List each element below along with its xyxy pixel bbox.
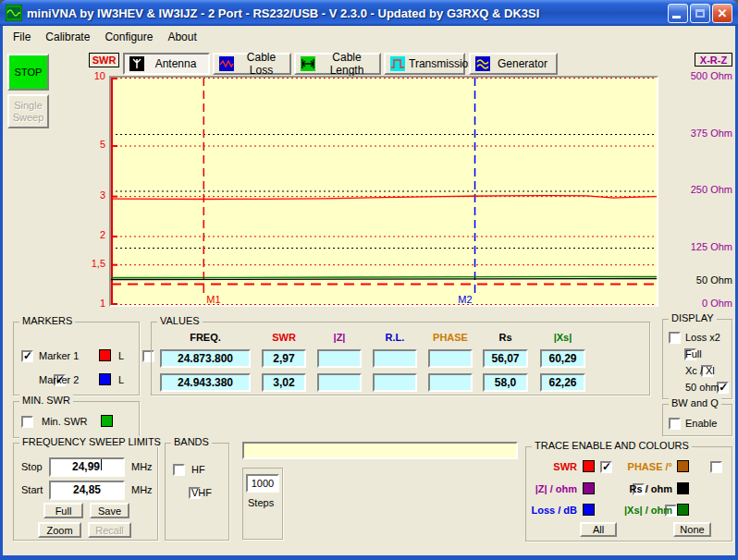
min-swr-color-swatch[interactable] (101, 415, 113, 427)
bands-panel: BANDS HF VHF (165, 443, 229, 541)
axis-tick-label: 250 Ohm (660, 184, 732, 195)
trace-phase-checkbox[interactable] (710, 461, 722, 473)
chart-marker-label: M2 (458, 294, 472, 305)
ohm-axis-ticks: 500 Ohm375 Ohm250 Ohm125 Ohm50 Ohm0 Ohm (660, 78, 732, 309)
bwq-enable-checkbox[interactable] (669, 418, 681, 430)
marker1-color-swatch[interactable] (99, 349, 111, 361)
text-caret (101, 459, 102, 470)
marker2-label: Marker 2 (39, 374, 79, 385)
trace-panel-title: TRACE ENABLE AND COLOURS (532, 440, 692, 451)
col-header-xs: |Xs| (540, 332, 585, 343)
m2-z-value (317, 373, 362, 392)
trace-xs-swatch[interactable] (677, 504, 689, 516)
trace-z-label: |Z| / ohm (528, 483, 577, 494)
m1-xs-value: 60,29 (540, 349, 585, 368)
start-unit-label: MHz (131, 484, 153, 495)
axis-tick-label: 50 Ohm (660, 274, 732, 286)
trace-swr-swatch[interactable] (583, 460, 595, 472)
marker1-checkbox[interactable] (21, 350, 33, 362)
generator-icon (475, 56, 490, 71)
values-panel: VALUES FREQ. SWR |Z| R.L. PHASE Rs |Xs| … (151, 322, 650, 396)
tab-generator[interactable]: Generator (469, 53, 558, 75)
tab-generator-label: Generator (494, 57, 551, 70)
trace-loss-swatch[interactable] (583, 504, 595, 516)
minimize-icon (672, 16, 681, 18)
chart-series-Rs / ohm (111, 279, 657, 280)
m2-phase-value (428, 373, 473, 392)
tab-antenna-label: Antenna (148, 57, 203, 70)
menu-about[interactable]: About (161, 29, 203, 45)
single-sweep-button[interactable]: Single Sweep (7, 94, 49, 128)
m1-rl-value (373, 349, 417, 368)
stop-button[interactable]: STOP (7, 54, 49, 91)
swr-chart[interactable]: M1M2 (109, 76, 658, 307)
m2-freq-value: 24.943.380 (160, 373, 251, 392)
trace-rs-swatch[interactable] (677, 482, 689, 494)
swr-axis-badge: SWR (89, 53, 119, 67)
axis-tick-label: 3 (78, 189, 105, 201)
trace-rs-label: Rs / ohm (619, 483, 672, 494)
maximize-button[interactable] (690, 4, 710, 23)
window-title: miniVNA by IW3HEV & IW3IJZ - 2 Port - RS… (27, 6, 539, 20)
tab-cable-length[interactable]: Cable Length (294, 53, 381, 75)
loss-x2-label: Loss x2 (685, 332, 720, 343)
tab-cable-length-label: Cable Length (319, 51, 375, 77)
markers-panel-title: MARKERS (19, 315, 75, 326)
col-header-rs: Rs (483, 332, 528, 343)
xrz-axis-badge: X-R-Z (695, 53, 732, 67)
zoom-button[interactable]: Zoom (38, 522, 81, 538)
chart-plot-area[interactable]: M1M2 (111, 78, 657, 305)
hf-checkbox[interactable] (173, 464, 185, 476)
col-header-phase: PHASE (428, 332, 473, 343)
min-swr-checkbox[interactable] (21, 416, 33, 428)
trace-all-button[interactable]: All (580, 522, 617, 537)
steps-input[interactable]: 1000 (246, 474, 279, 493)
min-swr-panel: MIN. SWR Min. SWR (13, 401, 140, 438)
bands-panel-title: BANDS (171, 436, 212, 447)
m2-swr-value: 3,02 (262, 373, 306, 392)
save-button[interactable]: Save (90, 503, 129, 518)
trace-phase-swatch[interactable] (677, 460, 689, 472)
sweep-progress-bar (242, 442, 518, 459)
tab-transmission[interactable]: Transmission (384, 53, 465, 75)
steps-panel: 1000 Steps (242, 468, 283, 540)
vhf-label: VHF (191, 487, 212, 498)
trace-none-button[interactable]: None (673, 522, 711, 537)
marker1-l-label: L (118, 350, 124, 361)
trace-z-swatch[interactable] (583, 482, 595, 494)
axis-tick-label: 10 (78, 70, 105, 81)
col-header-z: |Z| (317, 332, 362, 343)
close-button[interactable]: ✕ (712, 4, 732, 23)
display-panel-title: DISPLAY (669, 312, 717, 323)
recall-button[interactable]: Recall (88, 522, 131, 538)
tab-cable-loss[interactable]: Cable Loss (213, 53, 291, 75)
markers-panel: MARKERS Marker 1 L Marker 2 L (13, 322, 140, 396)
menu-file[interactable]: File (6, 29, 37, 45)
axis-tick-label: 375 Ohm (660, 128, 732, 139)
axis-tick-label: 1,5 (78, 258, 105, 269)
title-bar[interactable]: miniVNA by IW3HEV & IW3IJZ - 2 Port - RS… (0, 0, 738, 26)
hf-label: HF (191, 464, 205, 475)
start-frequency-input[interactable]: 24,85 (49, 481, 125, 500)
axis-tick-label: 1 (78, 298, 105, 309)
marker2-l-label: L (118, 374, 124, 385)
loss-x2-checkbox[interactable] (669, 332, 681, 344)
xc-xl-label: Xc / Xl (685, 365, 715, 376)
values-panel-title: VALUES (157, 315, 203, 326)
cable-length-icon (301, 56, 315, 71)
menu-configure[interactable]: Configure (98, 29, 159, 45)
menu-calibrate[interactable]: Calibrate (39, 29, 96, 45)
trace-swr-checkbox[interactable] (600, 461, 612, 473)
col-header-freq: FREQ. (160, 332, 251, 343)
minimize-button[interactable] (668, 4, 688, 23)
trace-xs-label: |Xs| / ohm (619, 505, 672, 516)
bwq-panel: BW and Q Enable (662, 404, 732, 436)
marker2-color-swatch[interactable] (99, 373, 111, 385)
stop-frequency-input[interactable]: 24,99 (49, 457, 125, 477)
antenna-icon (129, 56, 144, 71)
min-swr-panel-title: MIN. SWR (19, 395, 73, 406)
full-sweep-button[interactable]: Full (43, 503, 83, 518)
m2-rl-value (373, 373, 417, 392)
sweep-panel: FREQUENCY SWEEP LIMITS Stop 24,99 MHz St… (13, 443, 158, 541)
tab-antenna[interactable]: Antenna (123, 53, 210, 75)
